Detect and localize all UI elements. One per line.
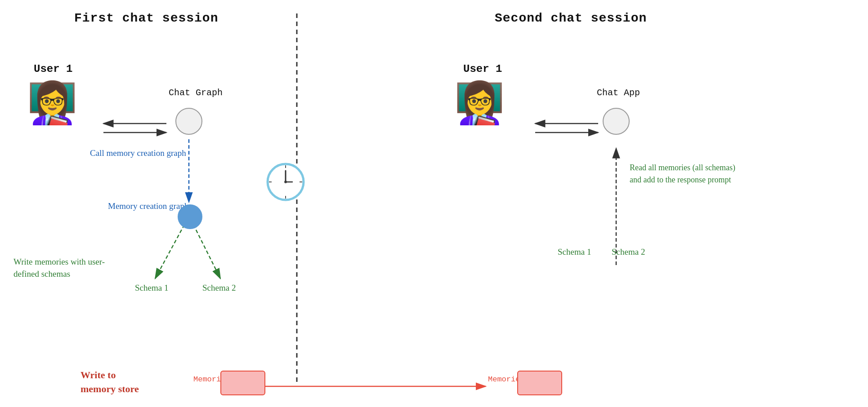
right-avatar: 👩‍🏫 [454, 83, 505, 124]
memory-creation-node [178, 204, 202, 229]
chat-app-node [603, 108, 630, 135]
right-memory-box [517, 371, 562, 395]
left-memory-box [220, 371, 265, 395]
right-section-title: Second chat session [495, 11, 647, 25]
right-schema2-label: Schema 2 [612, 247, 645, 257]
svg-line-4 [155, 225, 184, 279]
left-section-title: First chat session [74, 11, 218, 25]
write-memories-label: Write memories with user-defined schemas [13, 256, 105, 280]
call-memory-label: Call memory creation graph [90, 148, 186, 158]
chat-graph-label: Chat Graph [169, 88, 223, 98]
chat-graph-node [175, 108, 202, 135]
memory-creation-label: Memory creation graph [108, 201, 188, 211]
diagram-container: First chat session User 1 👩‍🏫 Chat Graph… [0, 0, 868, 407]
right-schema1-label: Schema 1 [558, 247, 591, 257]
write-to-memory-label: Write tomemory store [81, 368, 139, 396]
svg-line-5 [193, 225, 220, 279]
left-schema2-label: Schema 2 [202, 283, 236, 293]
chat-app-label: Chat App [597, 88, 640, 98]
left-avatar: 👩‍🏫 [27, 83, 77, 124]
clock-icon [265, 162, 306, 202]
left-user-label: User 1 [34, 63, 72, 75]
read-memories-label: Read all memories (all schemas)and add t… [630, 162, 735, 186]
right-user-label: User 1 [463, 63, 502, 75]
left-schema1-label: Schema 1 [135, 283, 168, 293]
